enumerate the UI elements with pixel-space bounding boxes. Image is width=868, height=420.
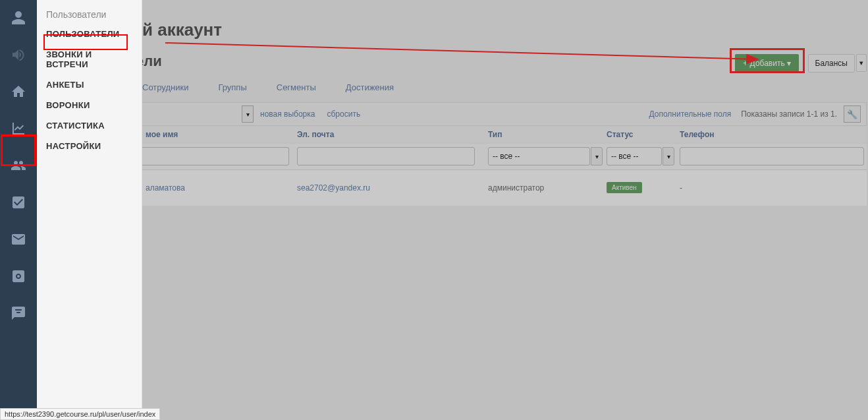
sidebar-home[interactable] <box>0 74 37 111</box>
filter-type-dropdown-toggle[interactable]: ▾ <box>591 147 603 165</box>
checkbox-icon <box>11 195 26 212</box>
filter-status-dropdown-toggle[interactable]: ▾ <box>663 147 674 165</box>
add-button[interactable]: + Добавить ▾ <box>735 54 799 73</box>
column-header-status[interactable]: Статус <box>607 130 633 139</box>
tabs: Сотрудники Группы Сегменты Достижения <box>142 82 394 92</box>
reset-link[interactable]: сбросить <box>327 109 360 119</box>
filter-email-input[interactable] <box>297 147 475 165</box>
balances-button[interactable]: Балансы <box>808 54 855 73</box>
tab-employees[interactable]: Сотрудники <box>142 82 188 92</box>
submenu-item-statistics[interactable]: СТАТИСТИКА <box>37 115 142 136</box>
sidebar-sound[interactable] <box>0 37 37 74</box>
submenu-item-funnels[interactable]: ВОРОНКИ <box>37 95 142 115</box>
column-header-type[interactable]: Тип <box>488 130 502 139</box>
extra-fields-link[interactable]: Дополнительные поля <box>649 109 732 119</box>
submenu-item-users[interactable]: ПОЛЬЗОВАТЕЛИ <box>37 24 142 44</box>
volume-icon <box>11 47 26 65</box>
submenu-item-settings[interactable]: НАСТРОЙКИ <box>37 136 142 156</box>
filter-type-select[interactable] <box>488 147 590 165</box>
sidebar-analytics[interactable] <box>0 111 37 148</box>
cell-phone: - <box>680 183 682 193</box>
status-badge: Активен <box>607 182 642 193</box>
wrench-icon: 🔧 <box>847 109 857 119</box>
submenu-panel: Пользователи ПОЛЬЗОВАТЕЛИ ЗВОНКИ И ВСТРЕ… <box>37 0 142 420</box>
sidebar-profile[interactable] <box>0 0 37 37</box>
filter-phone-input[interactable] <box>680 147 864 165</box>
column-header-email[interactable]: Эл. почта <box>297 130 334 139</box>
submenu-item-forms[interactable]: АНКЕТЫ <box>37 75 142 95</box>
user-icon <box>11 10 26 28</box>
page-title: й аккаунт <box>142 20 222 40</box>
sidebar-users[interactable] <box>0 148 37 185</box>
filter-dropdown-toggle[interactable]: ▾ <box>242 105 254 123</box>
icon-sidebar <box>0 0 37 420</box>
filter-status-select[interactable] <box>607 147 662 165</box>
table-row: аламатова sea2702@yandex.ru администрато… <box>50 170 867 206</box>
gear-box-icon <box>11 268 26 286</box>
sidebar-messages[interactable] <box>0 222 37 258</box>
chart-icon <box>11 121 26 138</box>
tab-groups[interactable]: Группы <box>218 82 246 92</box>
filter-name-input[interactable] <box>126 147 289 165</box>
tab-segments[interactable]: Сегменты <box>277 82 316 92</box>
balances-dropdown-button[interactable]: ▾ <box>856 54 867 72</box>
svg-line-1 <box>165 43 758 59</box>
new-selection-link[interactable]: новая выборка <box>260 109 315 119</box>
tab-achievements[interactable]: Достижения <box>346 82 394 92</box>
home-icon <box>11 84 26 102</box>
table-header: мое имя Эл. почта Тип Статус Телефон <box>50 127 867 142</box>
settings-wrench-button[interactable]: 🔧 <box>844 105 861 123</box>
status-bar-url: https://test2390.getcourse.ru/pl/user/us… <box>0 408 160 420</box>
sidebar-chat[interactable] <box>0 295 37 332</box>
annotation-arrow <box>165 40 766 73</box>
column-header-name[interactable]: мое имя <box>146 130 178 139</box>
users-icon <box>11 158 26 175</box>
sidebar-settings[interactable] <box>0 258 37 295</box>
chat-icon <box>11 305 26 323</box>
cell-email[interactable]: sea2702@yandex.ru <box>297 183 370 193</box>
mail-icon <box>11 231 26 249</box>
cell-name[interactable]: аламатова <box>146 183 185 193</box>
submenu-item-calls[interactable]: ЗВОНКИ И ВСТРЕЧИ <box>37 44 142 75</box>
filter-bar: ▾ новая выборка сбросить Дополнительные … <box>50 102 867 126</box>
submenu-title: Пользователи <box>37 5 142 24</box>
filter-row: ▾ ▾ <box>50 144 867 170</box>
column-header-phone[interactable]: Телефон <box>680 130 714 139</box>
cell-type: администратор <box>488 183 544 193</box>
sidebar-tasks[interactable] <box>0 185 37 222</box>
records-shown-text: Показаны записи 1-1 из 1. <box>741 109 837 119</box>
main-area: й аккаунт ели + Добавить ▾ Балансы ▾ Сот… <box>37 0 868 420</box>
